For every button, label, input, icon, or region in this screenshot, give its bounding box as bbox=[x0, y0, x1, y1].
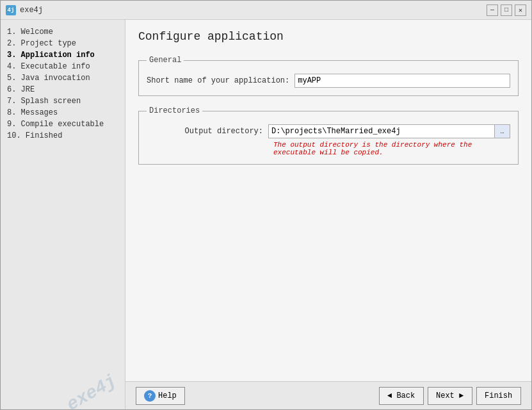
sidebar-item-project-type[interactable]: 2. Project type bbox=[4, 38, 121, 49]
sidebar-item-java-invocation[interactable]: 5. Java invocation bbox=[4, 72, 121, 84]
sidebar-item-compile-executable[interactable]: 9. Compile executable bbox=[4, 119, 121, 130]
sidebar: 1. Welcome 2. Project type 3. Applicatio… bbox=[1, 20, 125, 409]
output-dir-field-group: … bbox=[268, 124, 510, 138]
next-button[interactable]: Next ► bbox=[428, 387, 472, 405]
general-legend: General bbox=[147, 56, 184, 65]
browse-button[interactable]: … bbox=[495, 124, 510, 138]
finish-button[interactable]: Finish bbox=[476, 387, 521, 405]
page-title: Configure application bbox=[125, 20, 531, 49]
output-dir-help-text: The output directory is the directory wh… bbox=[273, 141, 510, 156]
short-name-label: Short name of your application: bbox=[147, 76, 294, 85]
window-controls: — □ ✕ bbox=[487, 4, 526, 16]
sidebar-item-messages[interactable]: 8. Messages bbox=[4, 107, 121, 119]
general-section: General Short name of your application: bbox=[138, 56, 519, 96]
main-body: General Short name of your application: … bbox=[125, 49, 531, 381]
back-button[interactable]: ◄ Back bbox=[379, 387, 424, 405]
sidebar-item-jre[interactable]: 6. JRE bbox=[4, 84, 121, 95]
finish-label: Finish bbox=[485, 391, 512, 400]
maximize-button[interactable]: □ bbox=[501, 4, 512, 16]
sidebar-item-welcome[interactable]: 1. Welcome bbox=[4, 26, 121, 38]
sidebar-item-splash-screen[interactable]: 7. Splash screen bbox=[4, 95, 121, 107]
output-dir-input[interactable] bbox=[268, 124, 495, 138]
directories-section: Directories Output directory: … The outp… bbox=[138, 106, 519, 165]
window-title: exe4j bbox=[20, 6, 487, 15]
footer-right: ◄ Back Next ► Finish bbox=[379, 387, 521, 405]
help-icon: ? bbox=[144, 390, 156, 402]
title-bar: 4j exe4j — □ ✕ bbox=[1, 1, 531, 20]
minimize-button[interactable]: — bbox=[487, 4, 498, 16]
footer-left: ? Help bbox=[136, 387, 185, 405]
short-name-input[interactable] bbox=[294, 74, 510, 88]
app-icon: 4j bbox=[6, 5, 16, 15]
back-label: ◄ Back bbox=[387, 391, 415, 400]
help-label: Help bbox=[158, 391, 177, 400]
sidebar-item-finished[interactable]: 10. Finished bbox=[4, 130, 121, 142]
directories-legend: Directories bbox=[147, 106, 202, 115]
footer: ? Help ◄ Back Next ► Finish bbox=[125, 381, 531, 409]
close-button[interactable]: ✕ bbox=[515, 4, 526, 16]
help-button[interactable]: ? Help bbox=[136, 387, 185, 405]
window-body: 1. Welcome 2. Project type 3. Applicatio… bbox=[1, 20, 531, 409]
watermark: exe4j bbox=[63, 371, 120, 409]
output-dir-row: Output directory: … bbox=[147, 124, 510, 138]
main-window: 4j exe4j — □ ✕ 1. Welcome 2. Project typ… bbox=[0, 0, 532, 410]
next-label: Next ► bbox=[436, 391, 463, 400]
output-dir-label: Output directory: bbox=[147, 127, 268, 136]
main-content: Configure application General Short name… bbox=[125, 20, 531, 409]
sidebar-item-application-info[interactable]: 3. Application info bbox=[4, 49, 121, 61]
sidebar-item-executable-info[interactable]: 4. Executable info bbox=[4, 61, 121, 72]
short-name-row: Short name of your application: bbox=[147, 74, 510, 88]
